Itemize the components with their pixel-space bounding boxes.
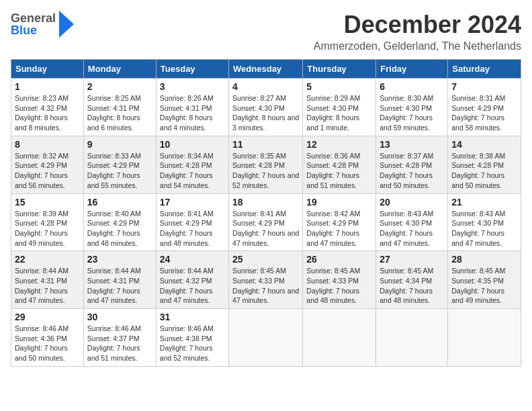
table-row: [229, 309, 303, 367]
cell-sunset: Sunset: 4:32 PM: [160, 277, 212, 285]
cell-daylight: Daylight: 7 hours and 59 minutes.: [380, 113, 433, 132]
table-row: 26 Sunrise: 8:45 AM Sunset: 4:33 PM Dayl…: [303, 251, 376, 309]
cell-sunset: Sunset: 4:30 PM: [380, 219, 432, 227]
cell-sunset: Sunset: 4:29 PM: [160, 219, 212, 227]
cell-sunset: Sunset: 4:34 PM: [380, 277, 432, 285]
cell-sunset: Sunset: 4:28 PM: [306, 161, 359, 169]
table-row: 5 Sunrise: 8:29 AM Sunset: 4:30 PM Dayli…: [303, 79, 376, 136]
cell-sunset: Sunset: 4:31 PM: [87, 104, 140, 112]
day-number: 15: [15, 197, 80, 208]
table-row: 8 Sunrise: 8:32 AM Sunset: 4:29 PM Dayli…: [11, 136, 84, 193]
table-row: 15 Sunrise: 8:39 AM Sunset: 4:28 PM Dayl…: [11, 193, 84, 251]
cell-sunset: Sunset: 4:29 PM: [15, 161, 67, 169]
cell-daylight: Daylight: 7 hours and 50 minutes.: [380, 171, 433, 189]
cell-sunset: Sunset: 4:30 PM: [232, 104, 285, 112]
cell-sunset: Sunset: 4:36 PM: [15, 334, 67, 342]
table-row: 16 Sunrise: 8:40 AM Sunset: 4:29 PM Dayl…: [83, 193, 156, 251]
table-row: 20 Sunrise: 8:43 AM Sunset: 4:30 PM Dayl…: [376, 193, 448, 251]
cell-daylight: Daylight: 7 hours and 56 minutes.: [15, 171, 68, 189]
day-number: 11: [232, 139, 299, 150]
cell-sunset: Sunset: 4:29 PM: [87, 161, 140, 169]
cell-sunrise: Sunrise: 8:46 AM: [160, 324, 214, 332]
cell-sunrise: Sunrise: 8:41 AM: [232, 210, 286, 218]
table-row: 2 Sunrise: 8:25 AM Sunset: 4:31 PM Dayli…: [83, 79, 156, 136]
day-number: 14: [451, 139, 517, 150]
col-saturday: Saturday: [448, 60, 521, 79]
cell-sunrise: Sunrise: 8:45 AM: [232, 267, 286, 275]
table-row: 30 Sunrise: 8:46 AM Sunset: 4:37 PM Dayl…: [83, 309, 156, 367]
cell-daylight: Daylight: 7 hours and 48 minutes.: [87, 229, 140, 247]
table-row: 28 Sunrise: 8:45 AM Sunset: 4:35 PM Dayl…: [448, 251, 521, 309]
cell-daylight: Daylight: 7 hours and 58 minutes.: [451, 113, 504, 132]
cell-sunset: Sunset: 4:29 PM: [306, 219, 359, 227]
day-number: 29: [15, 312, 80, 322]
cell-daylight: Daylight: 7 hours and 47 minutes.: [232, 229, 299, 247]
day-number: 31: [160, 312, 225, 322]
day-number: 30: [87, 312, 152, 322]
cell-sunrise: Sunrise: 8:46 AM: [87, 324, 141, 332]
table-row: 17 Sunrise: 8:41 AM Sunset: 4:29 PM Dayl…: [156, 193, 228, 251]
cell-sunrise: Sunrise: 8:32 AM: [15, 152, 69, 160]
cell-sunset: Sunset: 4:29 PM: [451, 104, 504, 112]
cell-sunrise: Sunrise: 8:27 AM: [232, 94, 286, 102]
cell-daylight: Daylight: 7 hours and 50 minutes.: [451, 171, 504, 189]
table-row: 31 Sunrise: 8:46 AM Sunset: 4:38 PM Dayl…: [156, 309, 228, 367]
cell-daylight: Daylight: 8 hours and 4 minutes.: [160, 113, 213, 132]
cell-sunrise: Sunrise: 8:46 AM: [15, 324, 69, 332]
col-friday: Friday: [376, 60, 448, 79]
cell-sunrise: Sunrise: 8:44 AM: [87, 267, 141, 275]
col-monday: Monday: [83, 60, 156, 79]
logo-arrow-icon: [59, 11, 74, 38]
cell-daylight: Daylight: 7 hours and 48 minutes.: [306, 287, 359, 305]
cell-daylight: Daylight: 7 hours and 49 minutes.: [451, 287, 504, 305]
table-row: 25 Sunrise: 8:45 AM Sunset: 4:33 PM Dayl…: [229, 251, 303, 309]
cell-sunset: Sunset: 4:32 PM: [15, 104, 67, 112]
cell-sunrise: Sunrise: 8:40 AM: [87, 210, 141, 218]
page-header: General Blue December 2024 Ammerzoden, G…: [11, 11, 521, 52]
cell-sunrise: Sunrise: 8:38 AM: [451, 152, 505, 160]
day-number: 13: [380, 139, 444, 150]
cell-daylight: Daylight: 7 hours and 47 minutes.: [15, 287, 68, 305]
cell-sunrise: Sunrise: 8:41 AM: [160, 210, 214, 218]
cell-sunset: Sunset: 4:28 PM: [160, 161, 212, 169]
cell-sunrise: Sunrise: 8:29 AM: [306, 94, 360, 102]
cell-sunset: Sunset: 4:28 PM: [451, 161, 504, 169]
cell-sunset: Sunset: 4:31 PM: [160, 104, 212, 112]
table-row: 11 Sunrise: 8:35 AM Sunset: 4:28 PM Dayl…: [229, 136, 303, 193]
cell-sunset: Sunset: 4:30 PM: [380, 104, 432, 112]
logo-blue: Blue: [11, 24, 56, 36]
cell-daylight: Daylight: 7 hours and 47 minutes.: [87, 287, 140, 305]
cell-sunset: Sunset: 4:33 PM: [232, 277, 285, 285]
table-row: 4 Sunrise: 8:27 AM Sunset: 4:30 PM Dayli…: [229, 79, 303, 136]
day-number: 5: [306, 81, 372, 92]
cell-sunrise: Sunrise: 8:43 AM: [380, 210, 433, 218]
table-row: 1 Sunrise: 8:23 AM Sunset: 4:32 PM Dayli…: [11, 79, 84, 136]
cell-sunset: Sunset: 4:29 PM: [87, 219, 140, 227]
day-number: 18: [232, 197, 299, 208]
table-row: 12 Sunrise: 8:36 AM Sunset: 4:28 PM Dayl…: [303, 136, 376, 193]
cell-sunset: Sunset: 4:28 PM: [15, 219, 67, 227]
day-number: 26: [306, 254, 372, 265]
cell-daylight: Daylight: 7 hours and 55 minutes.: [87, 171, 140, 189]
day-number: 16: [87, 197, 152, 208]
day-number: 25: [232, 254, 299, 265]
cell-sunrise: Sunrise: 8:34 AM: [160, 152, 214, 160]
cell-sunset: Sunset: 4:33 PM: [306, 277, 359, 285]
cell-sunrise: Sunrise: 8:45 AM: [451, 267, 505, 275]
logo-general: General: [11, 12, 56, 24]
day-number: 21: [451, 197, 517, 208]
cell-sunrise: Sunrise: 8:44 AM: [160, 267, 214, 275]
table-row: 19 Sunrise: 8:42 AM Sunset: 4:29 PM Dayl…: [303, 193, 376, 251]
cell-daylight: Daylight: 7 hours and 48 minutes.: [380, 287, 433, 305]
day-number: 19: [306, 197, 372, 208]
day-number: 7: [451, 81, 517, 92]
day-number: 20: [380, 197, 444, 208]
cell-sunrise: Sunrise: 8:42 AM: [306, 210, 360, 218]
table-row: 23 Sunrise: 8:44 AM Sunset: 4:31 PM Dayl…: [83, 251, 156, 309]
cell-sunset: Sunset: 4:38 PM: [160, 334, 212, 342]
day-number: 27: [380, 254, 444, 265]
cell-sunset: Sunset: 4:35 PM: [451, 277, 504, 285]
cell-sunrise: Sunrise: 8:36 AM: [306, 152, 360, 160]
cell-sunrise: Sunrise: 8:45 AM: [380, 267, 433, 275]
table-row: 14 Sunrise: 8:38 AM Sunset: 4:28 PM Dayl…: [448, 136, 521, 193]
